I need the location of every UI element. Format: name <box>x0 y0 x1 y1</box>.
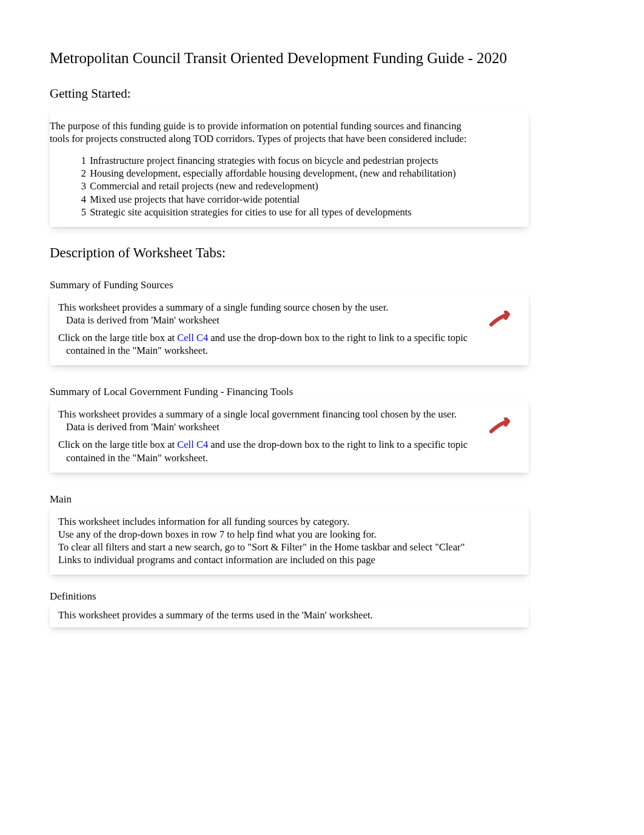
body-text: Data is derived from 'Main' worksheet <box>50 421 529 433</box>
list-number: 5 <box>80 206 86 218</box>
cell-link[interactable]: Cell C4 <box>177 439 208 450</box>
body-text: Links to individual programs and contact… <box>50 553 529 566</box>
getting-started-heading: Getting Started: <box>50 86 595 101</box>
list-number: 2 <box>80 167 86 180</box>
tabs-description-heading: Description of Worksheet Tabs: <box>50 245 595 261</box>
body-text: and use the drop-down box to the right t… <box>208 332 468 343</box>
list-item: 3 Commercial and retail projects (new an… <box>50 180 529 192</box>
list-text: Infrastructure project financing strateg… <box>90 155 438 166</box>
list-text: Strategic site acquisition strategies fo… <box>90 206 412 218</box>
list-text: Commercial and retail projects (new and … <box>90 180 318 192</box>
summary-funding-title: Summary of Funding Sources <box>50 279 595 291</box>
body-text: Data is derived from 'Main' worksheet <box>50 314 529 326</box>
list-number: 4 <box>80 193 86 206</box>
body-text: contained in the "Main" worksheet. <box>50 451 529 464</box>
summary-local-box: This worksheet provides a summary of a s… <box>50 401 529 472</box>
body-text: contained in the "Main" worksheet. <box>50 344 529 357</box>
body-text: This worksheet provides a summary of a s… <box>50 301 529 314</box>
body-text: Click on the large title box at <box>58 332 177 343</box>
main-box: This worksheet includes information for … <box>50 508 529 575</box>
body-text: To clear all filters and start a new sea… <box>50 541 529 553</box>
body-text: This worksheet provides a summary of a s… <box>50 408 529 421</box>
main-title: Main <box>50 493 595 505</box>
body-text: Click on the large title box at <box>58 439 177 450</box>
body-text: Use any of the drop-down boxes in row 7 … <box>50 528 529 541</box>
list-text: Housing development, especially affordab… <box>90 167 456 179</box>
cell-link[interactable]: Cell C4 <box>177 332 208 343</box>
definitions-box: This worksheet provides a summary of the… <box>50 605 529 627</box>
list-item: 5 Strategic site acquisition strategies … <box>50 206 529 218</box>
body-text: and use the drop-down box to the right t… <box>208 439 468 450</box>
list-item: 1 Infrastructure project financing strat… <box>50 154 529 167</box>
list-text: Mixed use projects that have corridor-wi… <box>90 194 300 205</box>
summary-funding-box: This worksheet provides a summary of a s… <box>50 294 529 365</box>
list-number: 3 <box>80 180 86 192</box>
page-title: Metropolitan Council Transit Oriented De… <box>50 50 595 67</box>
definitions-title: Definitions <box>50 590 595 603</box>
arrow-icon <box>488 311 514 329</box>
intro-text-line: The purpose of this funding guide is to … <box>50 120 529 132</box>
arrow-icon <box>488 418 514 436</box>
list-item: 2 Housing development, especially afford… <box>50 167 529 180</box>
summary-local-title: Summary of Local Government Funding - Fi… <box>50 386 595 398</box>
instruction-row: Click on the large title box at Cell C4 … <box>50 331 529 344</box>
project-types-list: 1 Infrastructure project financing strat… <box>50 154 529 218</box>
list-item: 4 Mixed use projects that have corridor-… <box>50 193 529 206</box>
document-page: Metropolitan Council Transit Oriented De… <box>0 0 644 627</box>
getting-started-box: The purpose of this funding guide is to … <box>50 112 529 227</box>
intro-text-line: tools for projects constructed along TOD… <box>50 132 529 145</box>
body-text: This worksheet provides a summary of the… <box>50 609 529 621</box>
instruction-row: Click on the large title box at Cell C4 … <box>50 438 529 451</box>
body-text: This worksheet includes information for … <box>50 515 529 528</box>
list-number: 1 <box>80 154 86 167</box>
